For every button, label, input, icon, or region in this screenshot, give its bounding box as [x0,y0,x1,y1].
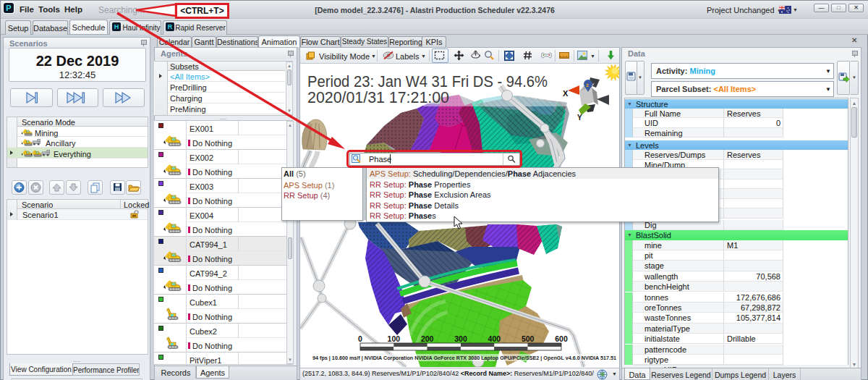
svg-text:94 fps | 10.600 ms/f | NVIDIA: 94 fps | 10.600 ms/f | NVIDIA Corporatio… [312,355,616,361]
svg-text:200: 200 [421,334,434,343]
svg-text:300: 300 [454,334,467,343]
svg-text:600: 600 [555,334,568,343]
svg-text:z: z [586,82,589,88]
svg-text:100: 100 [388,334,401,343]
svg-text:400: 400 [488,334,501,343]
svg-text:Y: Y [577,114,582,122]
svg-text:X: X [563,89,569,98]
svg-text:0: 0 [358,334,362,343]
svg-text:500: 500 [522,334,535,343]
svg-text:2020/01/31 17:21:00: 2020/01/31 17:21:00 [307,88,449,106]
